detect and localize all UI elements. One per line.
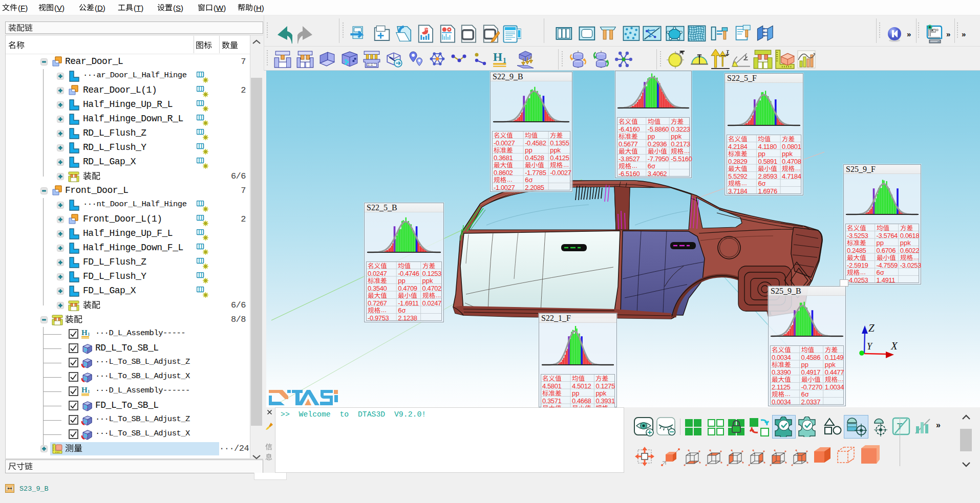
svg-text:Y: Y <box>867 341 873 352</box>
svg-text:T: T <box>727 49 730 54</box>
svg-text:H: H <box>81 329 88 337</box>
svg-text:1: 1 <box>88 332 90 337</box>
svg-text:H: H <box>493 50 502 63</box>
svg-text:H: H <box>81 386 88 394</box>
svg-text:X: X <box>890 340 898 352</box>
svg-text:Z: Z <box>868 322 875 334</box>
svg-text:1: 1 <box>88 389 90 394</box>
